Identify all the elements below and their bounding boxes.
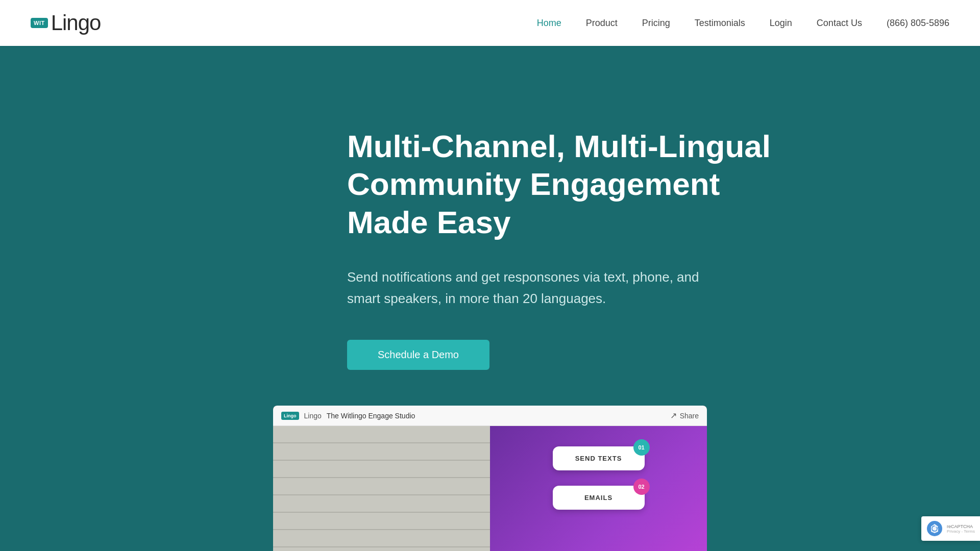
feature-badge-1: 01 [633,439,650,456]
recaptcha-sub: Privacy - Terms [947,529,975,534]
nav-login[interactable]: Login [770,18,792,29]
nav-phone[interactable]: (866) 805-5896 [887,18,949,29]
video-container: Lingo Lingo The Witlingo Engage Studio ↗… [273,406,707,551]
nav-pricing[interactable]: Pricing [642,18,670,29]
video-channel-name: Lingo [304,412,322,420]
hero-title: Multi-Channel, Multi-LingualCommunity En… [347,128,796,241]
logo-text: Lingo [51,11,101,35]
video-title: The Witlingo Engage Studio [327,412,415,420]
feature-badge-2: 02 [633,479,650,495]
video-right-panel: 01 SEND TEXTS 02 EMAILS [490,426,707,551]
logo-icon: WIT [31,18,48,28]
site-header: WIT Lingo Home Product Pricing Testimoni… [0,0,980,46]
nav-contact[interactable]: Contact Us [817,18,862,29]
nav-product[interactable]: Product [586,18,618,29]
nav-home[interactable]: Home [537,18,561,29]
hero-section: Multi-Channel, Multi-LingualCommunity En… [0,46,980,551]
recaptcha-badge[interactable]: reCAPTCHA Privacy - Terms [921,516,980,541]
character-illustration [341,538,423,551]
share-icon: ↗ [670,411,677,420]
feature-label-2: EMAILS [565,494,632,502]
feature-card-emails: 02 EMAILS [553,486,645,510]
nav-testimonials[interactable]: Testimonials [695,18,745,29]
hero-subtitle: Send notifications and get responsones v… [347,267,755,309]
blinds-background [273,426,490,551]
hero-content: Multi-Channel, Multi-LingualCommunity En… [184,128,796,406]
recaptcha-label: reCAPTCHA [947,524,975,529]
share-label[interactable]: Share [680,412,699,420]
video-bar-left: Lingo Lingo The Witlingo Engage Studio [281,412,415,420]
video-channel-icon: Lingo [281,412,299,420]
recaptcha-logo-icon [926,520,943,537]
recaptcha-text: reCAPTCHA Privacy - Terms [947,524,975,534]
feature-card-texts: 01 SEND TEXTS [553,446,645,470]
main-nav: Home Product Pricing Testimonials Login … [537,18,949,29]
video-left-panel [273,426,490,551]
video-bar-right: ↗ Share [670,411,699,420]
video-thumbnail[interactable]: 01 SEND TEXTS 02 EMAILS [273,426,707,551]
logo[interactable]: WIT Lingo [31,11,101,35]
video-bar: Lingo Lingo The Witlingo Engage Studio ↗… [273,406,707,426]
schedule-demo-button[interactable]: Schedule a Demo [347,340,489,370]
feature-label-1: SEND TEXTS [565,455,632,462]
